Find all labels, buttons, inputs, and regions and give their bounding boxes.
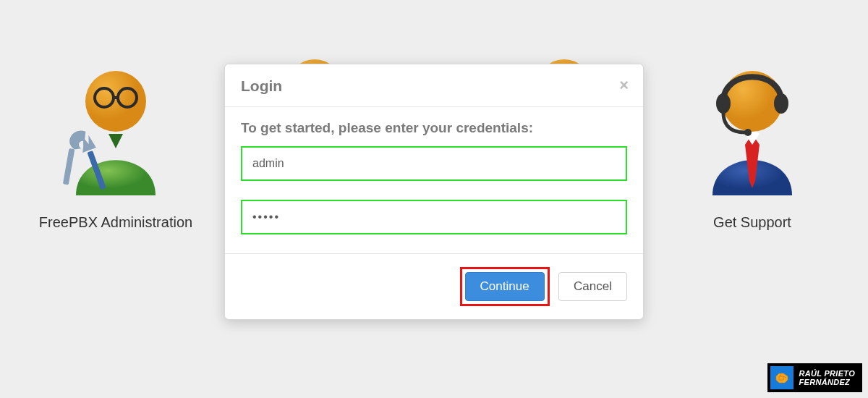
card-admin[interactable]: FreePBX Administration	[36, 62, 195, 231]
watermark-logo-icon	[770, 366, 793, 389]
login-modal: Login × To get started, please enter you…	[224, 64, 644, 320]
close-icon[interactable]: ×	[619, 76, 629, 95]
watermark-text: RAÚL PRIETO FERNÁNDEZ	[799, 369, 855, 386]
cancel-button[interactable]: Cancel	[558, 272, 627, 301]
card-support-label: Get Support	[673, 214, 832, 231]
modal-footer: Continue Cancel	[225, 254, 643, 319]
watermark-line1: RAÚL PRIETO	[799, 369, 855, 378]
svg-point-6	[722, 71, 783, 132]
login-instruction: To get started, please enter your creden…	[241, 120, 627, 136]
watermark-line2: FERNÁNDEZ	[799, 378, 855, 386]
watermark: RAÚL PRIETO FERNÁNDEZ	[767, 363, 862, 392]
support-avatar-icon	[673, 62, 832, 198]
modal-header: Login ×	[225, 64, 643, 107]
password-input[interactable]	[241, 200, 627, 234]
continue-highlight: Continue	[460, 267, 550, 306]
svg-point-9	[744, 129, 752, 136]
card-admin-label: FreePBX Administration	[36, 214, 195, 231]
modal-title: Login	[241, 77, 627, 95]
card-support[interactable]: Get Support	[673, 62, 832, 231]
svg-rect-5	[63, 148, 75, 185]
username-input[interactable]	[241, 146, 627, 181]
svg-point-7	[716, 93, 731, 114]
admin-avatar-icon	[36, 62, 195, 198]
modal-body: To get started, please enter your creden…	[225, 107, 643, 254]
continue-button[interactable]: Continue	[465, 272, 545, 301]
svg-point-8	[774, 93, 788, 114]
